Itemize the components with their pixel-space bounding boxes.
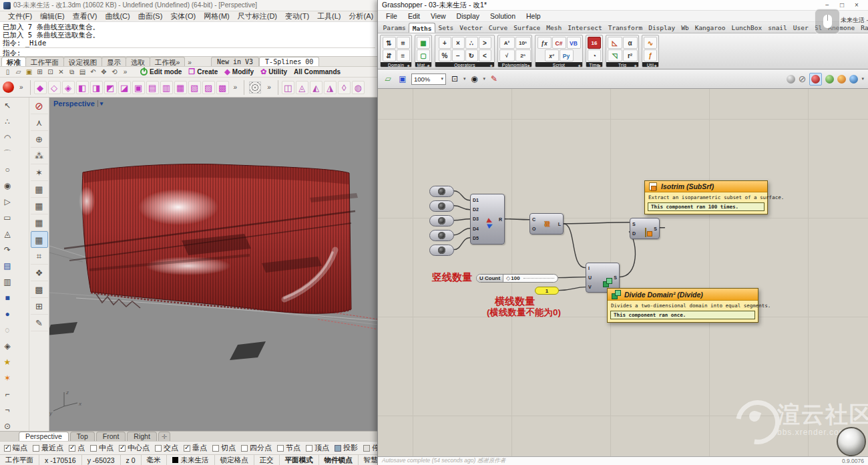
osnap-perpendicular[interactable]: 垂点	[184, 443, 207, 453]
slider-name[interactable]: U Count	[477, 275, 503, 282]
toolbar-icon[interactable]: ↶	[88, 67, 98, 77]
viewport-tab[interactable]: Top	[70, 432, 95, 441]
toolbar-icon[interactable]: ▯	[3, 67, 13, 77]
ribbon-icon[interactable]: VB	[567, 37, 581, 49]
rhino-titlebar[interactable]: 03-未来生活 - 改1.3dm (10602 KB) - Undefined …	[0, 0, 378, 11]
gh-category-tab[interactable]: User	[790, 23, 811, 33]
gh-canvas[interactable]: D1 D2 D3 D4 D5 ▶▶ R C O ≀≀≀ L	[378, 89, 868, 456]
osnap-near[interactable]: 最近点	[33, 443, 63, 453]
ribbon-icon[interactable]: ≡	[397, 49, 410, 61]
osnap-mid[interactable]: 中点	[90, 443, 114, 453]
status-segment[interactable]: z 0	[121, 455, 142, 465]
status-segment[interactable]: 工作平面	[0, 455, 39, 465]
ribbon-icon[interactable]: −	[452, 49, 465, 61]
tool-icon[interactable]: ▦	[31, 231, 48, 248]
gh-category-tab[interactable]: Display	[646, 23, 678, 33]
ribbon-icon[interactable]: +	[439, 37, 451, 49]
ribbon-icon[interactable]: 2ⁿ	[515, 49, 531, 61]
status-segment[interactable]: y -65023	[82, 455, 121, 465]
tool-icon[interactable]: ❖	[31, 265, 48, 281]
gh-menu-item[interactable]: Help	[521, 12, 546, 20]
toolbar-icon[interactable]: ⟲	[110, 67, 120, 77]
rhino-command-area[interactable]: 已加入 7 条曲线至选取集合。已加入 5 条曲线至选取集合。指令: _Hide指…	[0, 22, 378, 57]
gh-category-tab[interactable]: Mesh	[544, 23, 565, 33]
tool-icon[interactable]: ¬	[0, 402, 15, 418]
tool-icon[interactable]: ⊘	[31, 98, 48, 114]
rhino-menu-item[interactable]: 编辑(E)	[36, 11, 69, 21]
modify-button[interactable]: ◈Modify	[224, 67, 254, 76]
tool-icon[interactable]: ⌗	[31, 248, 48, 265]
viewport-tab[interactable]: Perspective	[19, 432, 69, 441]
checkbox-icon[interactable]	[241, 445, 248, 452]
gh-category-tab[interactable]: Surface	[511, 23, 544, 33]
rhino-menu-item[interactable]: 分析(A)	[345, 11, 378, 21]
tsplines-tool-icon[interactable]: ◬	[296, 81, 308, 94]
gh-category-tab[interactable]: LunchBox	[728, 23, 765, 33]
gh-category-tab[interactable]: Kangaroo	[692, 23, 728, 33]
ribbon-icon[interactable]: ƒx	[537, 37, 552, 49]
rhino-menu-item[interactable]: 查看(V)	[69, 11, 101, 21]
edit-mode-button[interactable]: Edit mode	[140, 68, 182, 75]
tsplines-tool-icon[interactable]: ◊	[338, 81, 351, 94]
port-d-in[interactable]: D	[632, 231, 636, 236]
ribbon-group-label[interactable]: Script	[535, 62, 582, 67]
minimize-button[interactable]: −	[820, 1, 835, 9]
slider-rail[interactable]	[523, 278, 554, 279]
curve-param-node[interactable]	[429, 230, 454, 241]
ribbon-icon[interactable]: >	[479, 37, 491, 49]
ribbon-icon[interactable]: √	[499, 49, 515, 61]
save-file-icon[interactable]: ▣	[397, 73, 409, 85]
gh-category-tab[interactable]: Sets	[435, 23, 457, 33]
utility-button[interactable]: ✿Utility	[260, 67, 287, 76]
osnap-center[interactable]: 中心点	[119, 443, 150, 453]
tsplines-tool-icon[interactable]: ◆	[34, 81, 47, 94]
tool-icon[interactable]: ◈	[0, 338, 15, 354]
loft-node[interactable]: C O ≀≀≀ L	[529, 213, 564, 235]
osnap-project[interactable]: 投影	[335, 443, 358, 453]
ribbon-icon[interactable]: ∴	[465, 37, 478, 49]
ribbon-group-label[interactable]: Util	[642, 62, 658, 67]
ribbon-icon[interactable]: 16	[588, 37, 601, 49]
zoom-extents-icon[interactable]: ⊡	[449, 73, 461, 85]
checkbox-icon[interactable]	[69, 445, 75, 452]
checkbox-icon[interactable]	[306, 445, 312, 452]
tsplines-tool-icon[interactable]: ◈	[62, 81, 75, 94]
tool-icon[interactable]: ✎	[31, 315, 48, 331]
status-segment[interactable]: 正交	[254, 455, 280, 465]
port-r[interactable]: R	[499, 217, 502, 222]
curve-param-node[interactable]	[429, 186, 454, 197]
ribbon-icon[interactable]: ▦	[417, 37, 430, 49]
status-segment[interactable]: 平面模式	[280, 455, 319, 465]
toolbar-icon[interactable]: ⧉	[67, 67, 77, 77]
caret-down-icon[interactable]: ▾	[463, 76, 466, 82]
tsplines-tool-icon[interactable]: ◪	[118, 81, 131, 94]
u-count-slider[interactable]: U Count ◇ 100	[476, 274, 558, 283]
tool-icon[interactable]: ★	[0, 354, 15, 370]
curve-param-node[interactable]	[429, 245, 454, 256]
tool-icon[interactable]: ⁂	[31, 148, 48, 164]
all-commands-button[interactable]: All Commands	[294, 68, 341, 75]
curve-param-node[interactable]	[429, 200, 454, 212]
ribbon-icon[interactable]: C#	[552, 37, 566, 49]
rhino-toolbar-tab[interactable]: 标准	[1, 57, 26, 66]
ribbon-icon[interactable]: ×	[452, 37, 465, 49]
ribbon-icon[interactable]: ƒ	[644, 49, 657, 61]
viewport-tab[interactable]: Right	[127, 432, 157, 441]
tsplines-tool-icon[interactable]: ▥	[160, 81, 173, 94]
rhino-menu-item[interactable]: 尺寸标注(D)	[234, 11, 281, 21]
checkbox-icon[interactable]	[363, 445, 370, 452]
toolbar-icon[interactable]: ✕	[56, 67, 66, 77]
gh-titlebar[interactable]: Grasshopper - 03-未来生活 - 改1* − □ ×	[378, 0, 868, 11]
tool-icon[interactable]: ▷	[0, 194, 15, 210]
ribbon-icon[interactable]: ▢	[417, 49, 430, 61]
port-d5[interactable]: D5	[473, 236, 479, 241]
ribbon-icon[interactable]: Py	[560, 49, 574, 61]
tool-icon[interactable]: ▤	[0, 258, 15, 274]
status-segment[interactable]: x -170516	[39, 455, 82, 465]
tsplines-tool-icon[interactable]: ▨	[202, 81, 215, 94]
gh-category-tab[interactable]: Wb	[678, 23, 692, 33]
document-preview-icon[interactable]	[849, 75, 858, 84]
rhino-menu-item[interactable]: 文件(F)	[4, 11, 36, 21]
tool-icon[interactable]: ◬	[0, 226, 15, 242]
rhino-menu-item[interactable]: 实体(O)	[166, 11, 200, 21]
